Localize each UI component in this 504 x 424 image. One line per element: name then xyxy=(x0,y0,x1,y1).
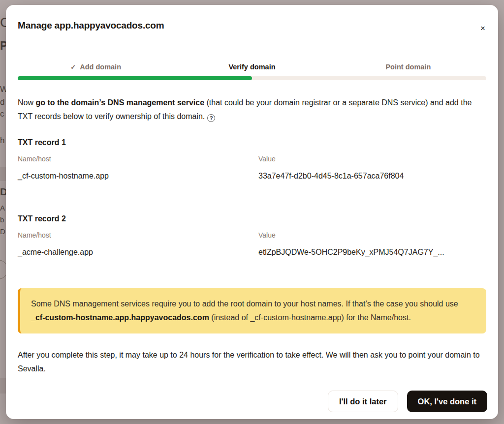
txt-record-1-value: 33a7e47f-d2b0-4d45-8c1a-657aca76f804 xyxy=(258,172,486,181)
manage-domain-dialog: Manage app.happyavocados.com × ✓ Add dom… xyxy=(6,5,498,419)
notice-text-bold: _cf-custom-hostname.app.happyavocados.co… xyxy=(31,313,209,322)
name-host-label: Name/host xyxy=(18,231,258,239)
background-text-fragment: h xyxy=(0,136,4,146)
background-text-fragment: d xyxy=(0,97,4,107)
do-it-later-button[interactable]: I'll do it later xyxy=(328,391,398,412)
dialog-title: Manage app.happyavocados.com xyxy=(18,20,486,31)
help-icon[interactable]: ? xyxy=(207,114,215,122)
step-label: Add domain xyxy=(80,63,121,71)
background-text-fragment: D xyxy=(0,227,5,236)
progress-bar-fill xyxy=(18,76,252,80)
background-text-fragment: A xyxy=(0,204,5,212)
txt-record-2-name: _acme-challenge.app xyxy=(18,248,258,257)
background-band xyxy=(0,378,6,394)
close-icon[interactable]: × xyxy=(480,24,485,32)
step-point-domain: Point domain xyxy=(330,63,486,71)
txt-record-1-name: _cf-custom-hostname.app xyxy=(18,172,258,181)
txt-record-1: TXT record 1 Name/host Value _cf-custom-… xyxy=(18,138,486,181)
check-icon: ✓ xyxy=(70,64,76,70)
step-add-domain: ✓ Add domain xyxy=(18,63,174,71)
step-label: Verify domain xyxy=(228,63,275,71)
background-band xyxy=(0,167,6,181)
verification-note: After you complete this step, it may tak… xyxy=(18,348,486,376)
notice-text-post: (instead of _cf-custom-hostname.app) for… xyxy=(209,313,411,322)
value-label: Value xyxy=(258,231,486,239)
txt-record-2-title: TXT record 2 xyxy=(18,214,486,223)
dialog-footer: I'll do it later OK, I've done it xyxy=(17,391,487,412)
instructions-text: Now go to the domain’s DNS management se… xyxy=(18,96,486,123)
root-domain-notice: Some DNS management services require you… xyxy=(18,288,486,333)
txt-record-2-value: etlZpBJQDWe-5OHC2P9beKy_xPMJ54Q7JAG7Y_..… xyxy=(258,248,486,257)
background-text-fragment: b xyxy=(0,215,4,224)
notice-text-pre: Some DNS management services require you… xyxy=(31,300,458,308)
step-verify-domain: Verify domain xyxy=(174,63,330,71)
instructions-text-bold: go to the domain’s DNS management servic… xyxy=(35,98,204,107)
step-indicator: ✓ Add domain Verify domain Point domain xyxy=(18,63,486,71)
background-text-fragment: c xyxy=(0,109,4,119)
step-label: Point domain xyxy=(385,63,431,71)
name-host-label: Name/host xyxy=(18,155,258,163)
dialog-header: Manage app.happyavocados.com × xyxy=(6,5,498,45)
txt-record-2: TXT record 2 Name/host Value _acme-chall… xyxy=(18,214,486,257)
progress-bar-track xyxy=(18,76,486,80)
value-label: Value xyxy=(258,155,486,163)
done-button[interactable]: OK, I've done it xyxy=(407,391,487,412)
instructions-text-pre: Now xyxy=(18,98,35,107)
txt-record-1-title: TXT record 1 xyxy=(18,138,486,147)
